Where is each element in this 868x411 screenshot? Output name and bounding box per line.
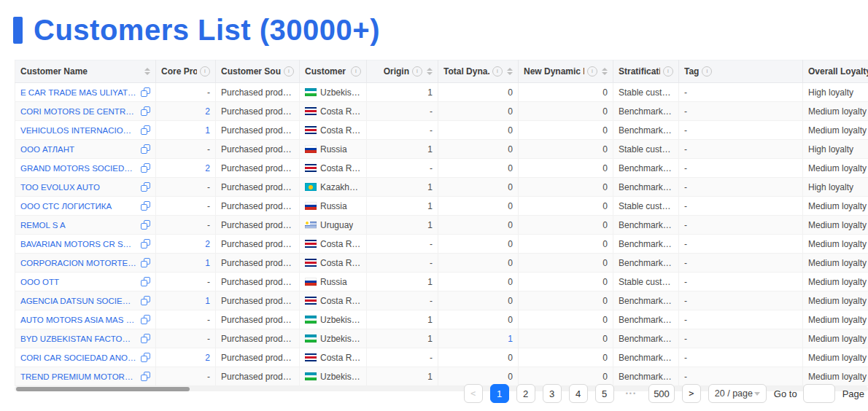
table-row: BYD UZBEKISTAN FACTORY MAS ...-Purchased… <box>15 329 868 348</box>
country-name: Costa Rica <box>320 296 361 306</box>
cell-tag: - <box>679 254 803 273</box>
cell-newdyn: 0 <box>519 273 613 291</box>
source-value: Purchased product: ... <box>221 372 294 382</box>
sort-icon[interactable] <box>507 68 513 75</box>
cell-loyalty: High loyalty <box>803 83 868 102</box>
customer-name-link[interactable]: OOO OTT <box>20 278 136 286</box>
core-value-link[interactable]: 2 <box>205 353 210 363</box>
cr-flag-icon <box>305 353 317 361</box>
customer-name-link[interactable]: VEHICULOS INTERNACIONALES V... <box>20 126 136 135</box>
total-value-link[interactable]: 1 <box>508 334 513 344</box>
column-header-origin[interactable]: Origini <box>367 60 438 83</box>
column-header-name[interactable]: Customer Name <box>15 60 156 83</box>
cell-strat: Benchmarking ... <box>613 216 679 235</box>
copy-icon[interactable] <box>141 125 150 135</box>
copy-icon[interactable] <box>141 239 150 248</box>
cell-core: 1 <box>156 291 216 310</box>
cell-country: Costa Rica <box>300 254 367 273</box>
copy-icon[interactable] <box>141 315 150 324</box>
pagination-page-2[interactable]: 2 <box>516 384 535 403</box>
pagination-page-1[interactable]: 1 <box>490 384 509 403</box>
cell-name: BYD UZBEKISTAN FACTORY MAS ... <box>15 329 156 348</box>
customer-name-link[interactable]: BYD UZBEKISTAN FACTORY MAS ... <box>20 334 136 343</box>
customer-name-link[interactable]: E CAR TRADE MAS ULIYATI CHEK... <box>20 88 136 97</box>
cell-name: AGENCIA DATSUN SOCIEDAD ANO... <box>15 291 156 310</box>
copy-icon[interactable] <box>141 87 150 97</box>
newdyn-value: 0 <box>524 296 608 306</box>
column-header-total[interactable]: Total Dyna...i <box>438 60 519 83</box>
pagination-next-button[interactable]: > <box>682 384 701 403</box>
sort-icon[interactable] <box>144 68 150 75</box>
customer-name-link[interactable]: CORI MOTORS DE CENTROAMERI... <box>20 107 136 116</box>
country-name: Kazakhstan <box>320 182 361 192</box>
core-value-link[interactable]: 2 <box>205 239 210 249</box>
source-value: Purchased product: ... <box>221 106 294 117</box>
copy-icon[interactable] <box>141 144 150 154</box>
core-value-link[interactable]: 1 <box>205 258 210 268</box>
customer-name-link[interactable]: CORI CAR SOCIEDAD ANONIMA <box>20 353 136 362</box>
cell-country: Costa Rica <box>300 291 367 310</box>
copy-icon[interactable] <box>141 163 150 173</box>
customer-name-link[interactable]: REMOL S A <box>20 221 136 230</box>
core-value-link[interactable]: 2 <box>205 106 210 117</box>
info-icon[interactable]: i <box>200 66 210 77</box>
pagination-page-4[interactable]: 4 <box>569 384 588 403</box>
customer-name-link[interactable]: OOO СТС ЛОГИСТИКА <box>20 202 136 211</box>
info-icon[interactable]: i <box>412 66 422 77</box>
info-icon[interactable]: i <box>702 66 712 77</box>
cr-flag-icon <box>305 164 317 172</box>
pagination-page-5[interactable]: 5 <box>595 384 614 403</box>
column-label-core: Core Pro... <box>161 66 197 77</box>
copy-icon[interactable] <box>141 353 150 362</box>
info-icon[interactable]: i <box>351 66 361 77</box>
core-value-link[interactable]: 2 <box>205 163 210 173</box>
customers-table: Customer NameCore Pro...iCustomer Source… <box>15 60 868 391</box>
pagination-ellipsis[interactable]: ••• <box>621 384 641 403</box>
column-label-strat: Stratification <box>619 66 660 77</box>
cell-total: 0 <box>438 254 519 273</box>
copy-icon[interactable] <box>141 296 150 305</box>
cell-country: Costa Rica <box>300 102 367 121</box>
customer-name-link[interactable]: GRAND MOTORS SOCIEDAD ANO... <box>20 164 136 173</box>
pagination-page-500[interactable]: 500 <box>648 384 675 403</box>
customer-name-link[interactable]: AGENCIA DATSUN SOCIEDAD ANO... <box>20 297 136 305</box>
page-size-select[interactable]: 20 / page <box>708 384 767 403</box>
core-value-link[interactable]: 1 <box>205 125 210 136</box>
info-icon[interactable]: i <box>284 66 294 77</box>
sort-icon[interactable] <box>602 68 608 75</box>
copy-icon[interactable] <box>141 372 150 381</box>
strat-value: Benchmarking ... <box>619 353 673 363</box>
customer-name-link[interactable]: CORPORACION MOTORTEC SOCIE... <box>20 259 136 267</box>
cell-name: TOO EVOLUX AUTO <box>15 178 156 197</box>
copy-icon[interactable] <box>141 277 150 286</box>
cell-total: 0 <box>438 102 519 121</box>
pagination-page-3[interactable]: 3 <box>543 384 562 403</box>
customer-name-link[interactable]: TREND PREMIUM MOTORS MAS ... <box>20 372 136 381</box>
copy-icon[interactable] <box>141 182 150 192</box>
core-value-link[interactable]: 1 <box>205 296 210 306</box>
country-name: Uzbekistan <box>320 315 361 325</box>
copy-icon[interactable] <box>141 258 150 267</box>
copy-icon[interactable] <box>141 201 150 211</box>
copy-icon[interactable] <box>141 220 150 230</box>
customer-name-link[interactable]: AUTO MOTORS ASIA MAS ULIYATI... <box>20 316 136 324</box>
copy-icon[interactable] <box>141 334 150 343</box>
customer-name-link[interactable]: BAVARIAN MOTORS CR SOCIEDA... <box>20 240 136 248</box>
cell-strat: Benchmarking ... <box>613 367 679 386</box>
customer-name-link[interactable]: TOO EVOLUX AUTO <box>20 183 136 192</box>
info-icon[interactable]: i <box>663 66 673 77</box>
title-accent-bar <box>13 17 23 44</box>
goto-page-input[interactable] <box>803 384 835 403</box>
tag-value: - <box>684 87 797 98</box>
pagination-prev-button[interactable]: < <box>464 384 483 403</box>
sort-icon[interactable] <box>427 68 433 75</box>
cr-flag-icon <box>305 297 317 305</box>
info-icon[interactable]: i <box>587 66 597 77</box>
column-header-newdyn[interactable]: New Dynamic N...i <box>519 60 613 83</box>
newdyn-value: 0 <box>524 182 608 192</box>
info-icon[interactable]: i <box>492 66 503 77</box>
scrollbar-thumb[interactable] <box>16 387 190 391</box>
country-name: Russia <box>320 277 347 287</box>
copy-icon[interactable] <box>141 106 150 116</box>
customer-name-link[interactable]: OOO АТЛАНТ <box>20 145 136 154</box>
